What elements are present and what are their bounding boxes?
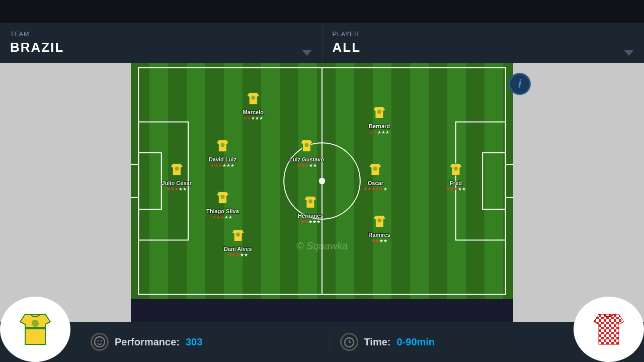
svg-point-23	[308, 200, 312, 204]
player-name: Fred	[450, 179, 462, 186]
svg-point-29	[377, 219, 381, 223]
shirt-svg	[372, 105, 387, 120]
smiley-icon	[94, 336, 106, 348]
player-david-luiz[interactable]: David Luiz ★★★★★★	[209, 138, 236, 167]
svg-point-31	[454, 166, 458, 170]
svg-point-27	[373, 166, 377, 170]
time-section: Time: 0-90min	[330, 333, 579, 351]
svg-point-35	[95, 337, 105, 347]
svg-point-19	[236, 233, 240, 237]
timer-icon	[340, 333, 358, 351]
svg-point-21	[305, 143, 309, 147]
player-marcelo[interactable]: Marcelo ★★★★★	[243, 90, 264, 120]
performance-value: 303	[186, 336, 202, 348]
player-shirt	[299, 138, 314, 155]
player-thiago-silva[interactable]: Thiago Silva ★★★★★	[206, 190, 239, 220]
player-stars: ★★★★★	[446, 186, 466, 191]
shirt-svg	[368, 161, 383, 176]
stopwatch-icon	[343, 336, 355, 348]
svg-rect-33	[25, 327, 45, 329]
player-stars: ★★★★★★	[363, 186, 387, 191]
svg-point-11	[251, 96, 255, 100]
team-selector[interactable]: Team BRAZIL	[0, 23, 323, 63]
shirt-svg	[169, 161, 184, 176]
player-name: Dani Alves	[224, 246, 252, 252]
player-stars: ★★★★★	[167, 186, 187, 191]
team-dropdown-arrow	[302, 50, 312, 56]
sidebar-right	[513, 63, 644, 322]
pitch: © Squawka Marcelo ★★★★★ David Luiz ★★★★★…	[131, 63, 513, 299]
player-name: Luiz Gustavo	[289, 156, 324, 162]
shirt-svg	[215, 190, 230, 205]
player-stars: ★★★★★★	[210, 162, 234, 167]
player-shirt	[372, 214, 387, 231]
svg-point-25	[377, 110, 381, 114]
player-shirt	[303, 195, 318, 212]
player-shirt	[169, 161, 184, 179]
player-shirt	[215, 138, 230, 155]
svg-point-34	[32, 320, 39, 327]
player-dani-alves[interactable]: Dani Alves ★★★★★	[224, 228, 252, 257]
shirt-svg	[246, 90, 261, 106]
player-shirt	[246, 90, 261, 108]
team-label: Team	[10, 30, 312, 38]
croatia-shirt-circle	[574, 297, 644, 362]
player-selector[interactable]: Player ALL	[323, 23, 645, 63]
player-name: Ramires	[368, 232, 390, 238]
shirt-svg	[303, 195, 318, 210]
player-label: Player	[333, 30, 634, 38]
shirt-svg	[372, 214, 387, 229]
player-stars: ★★★★★	[297, 162, 317, 167]
player-shirt	[448, 161, 463, 179]
player-stars: ★★★★★	[300, 219, 320, 224]
player-name: Oscar	[368, 179, 383, 186]
player-shirt	[372, 105, 387, 122]
shirt-svg	[230, 228, 246, 243]
shirt-svg	[448, 161, 463, 176]
brazil-shirt-icon	[15, 309, 55, 349]
top-bar	[0, 0, 644, 23]
svg-point-37	[101, 340, 102, 342]
svg-rect-8	[482, 153, 506, 210]
bottom-bar: Performance: 303 Time: 0-90min	[0, 322, 644, 362]
player-stars: ★★★★★	[369, 129, 389, 134]
player-ramires[interactable]: Ramires ★★★★	[368, 214, 390, 243]
player-luiz-gustavo[interactable]: Luiz Gustavo ★★★★★	[289, 138, 324, 167]
player-bernard[interactable]: Bernard ★★★★★	[369, 105, 390, 134]
performance-section: Performance: 303	[80, 333, 330, 351]
player-hernanes[interactable]: Hernanes ★★★★★	[298, 195, 323, 224]
croatia-shirt-icon	[589, 309, 629, 349]
player-name: Thiago Silva	[206, 208, 239, 214]
player-name: David Luiz	[209, 156, 236, 162]
time-label: Time:	[364, 336, 391, 348]
svg-line-40	[349, 337, 350, 338]
performance-label: Performance:	[115, 336, 180, 348]
info-button[interactable]: i	[509, 73, 531, 95]
player-julio-césar[interactable]: Julio César ★★★★★	[162, 161, 192, 191]
player-stars: ★★★★★	[243, 115, 263, 120]
player-fred[interactable]: Fred ★★★★★	[446, 161, 466, 191]
time-value: 0-90min	[396, 336, 435, 348]
shirt-svg	[299, 138, 314, 153]
player-name: Hernanes	[298, 213, 323, 219]
player-name: Julio César	[162, 179, 192, 186]
svg-rect-5	[138, 153, 162, 210]
player-oscar[interactable]: Oscar ★★★★★★	[363, 161, 387, 191]
player-stars: ★★★★★	[212, 215, 232, 220]
player-name: Bernard	[369, 123, 390, 129]
svg-rect-9	[506, 164, 513, 198]
svg-point-13	[220, 143, 224, 147]
player-name: Marcelo	[243, 109, 264, 115]
svg-point-17	[220, 195, 224, 199]
player-shirt	[368, 161, 383, 179]
player-value: ALL	[333, 40, 634, 55]
player-stars: ★★★★★	[228, 252, 248, 257]
svg-rect-6	[131, 164, 138, 198]
pitch-container: © Squawka Marcelo ★★★★★ David Luiz ★★★★★…	[131, 63, 513, 299]
performance-icon	[91, 333, 109, 351]
team-value: BRAZIL	[10, 40, 312, 55]
svg-marker-46	[594, 314, 624, 344]
player-shirt	[230, 228, 246, 245]
svg-point-3	[319, 178, 326, 185]
sidebar-left	[0, 63, 131, 322]
